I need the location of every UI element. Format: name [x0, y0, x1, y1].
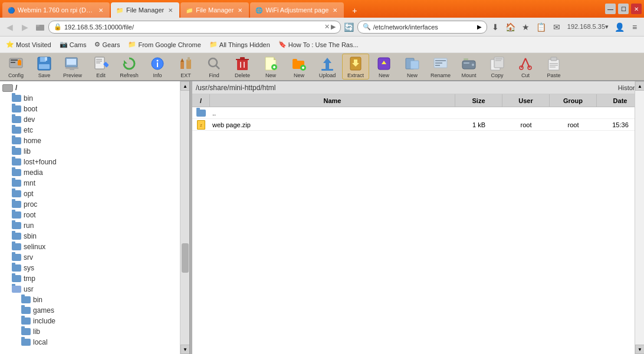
- table-row[interactable]: z web page.zip 1 kB root root 15:36: [192, 119, 644, 131]
- save-button[interactable]: Save: [31, 54, 58, 80]
- tree-item-opt[interactable]: opt: [0, 188, 189, 199]
- user-button[interactable]: 👤: [612, 20, 626, 34]
- cut-button[interactable]: Cut: [512, 54, 539, 80]
- extract-button[interactable]: Extract: [342, 54, 369, 80]
- tab-filemanager2-close[interactable]: ✕: [236, 6, 244, 14]
- bookmark-most-visited-label: Most Visited: [16, 41, 51, 48]
- find-button[interactable]: Find: [201, 54, 228, 80]
- copy-button[interactable]: Copy: [484, 54, 511, 80]
- tree-root[interactable]: /: [0, 82, 189, 93]
- tab-webmin-close[interactable]: ✕: [97, 6, 105, 14]
- minimize-button[interactable]: —: [605, 4, 616, 14]
- new-tab-button[interactable]: +: [347, 4, 362, 18]
- upload-button[interactable]: Upload: [314, 54, 341, 80]
- tree-item-mnt[interactable]: mnt: [0, 178, 189, 188]
- new3-button[interactable]: New: [399, 54, 426, 80]
- bookmark-howto[interactable]: 🔖 How To : Use The Ras...: [275, 39, 362, 49]
- bookmark-gears[interactable]: ⚙ Gears: [91, 39, 123, 49]
- folder-button[interactable]: [33, 20, 47, 34]
- refresh-button[interactable]: 🔄: [342, 20, 356, 34]
- new-dir-button[interactable]: New: [285, 54, 313, 80]
- tab-filemanager1[interactable]: 📁 File Manager ✕: [111, 2, 179, 18]
- tab-webmin[interactable]: 🔵 Webmin 1.760 on rpi (Debi... ✕: [2, 2, 110, 18]
- menu-button[interactable]: ≡: [627, 20, 642, 34]
- table-row[interactable]: ..: [192, 107, 644, 119]
- tree-item-usr-include[interactable]: include: [0, 316, 189, 326]
- address-bar[interactable]: 🔒 192.168.5.35:10000/file/ ✕ ▶: [48, 21, 341, 34]
- account-dropdown[interactable]: 192.168.5.35▾: [565, 20, 611, 34]
- delete-button[interactable]: Delete: [229, 54, 256, 80]
- tree-item-usr-local[interactable]: local: [0, 337, 189, 348]
- tree-item-lostfound[interactable]: lost+found: [0, 157, 189, 167]
- tree-item-usr[interactable]: usr: [0, 284, 189, 295]
- left-scroll-up[interactable]: ▲: [180, 81, 190, 91]
- preview-button[interactable]: Preview: [59, 54, 86, 80]
- tab-wifi[interactable]: 🌐 WiFi Adjustment page ✕: [250, 2, 344, 18]
- th-icon[interactable]: /: [192, 94, 210, 107]
- rename-button[interactable]: Rename: [427, 54, 454, 80]
- forward-button[interactable]: ▶: [18, 20, 32, 34]
- tree-item-usr-bin[interactable]: bin: [0, 295, 189, 305]
- tree-item-dev[interactable]: dev: [0, 114, 189, 125]
- new-file-button[interactable]: New: [257, 54, 284, 80]
- bookmark-hidden-label: All Things Hidden: [219, 41, 270, 48]
- svg-rect-60: [464, 58, 468, 60]
- tree-item-bin[interactable]: bin: [0, 93, 189, 104]
- new2-button[interactable]: New: [370, 54, 397, 80]
- back-button[interactable]: ◀: [2, 20, 17, 34]
- refresh-tool-button[interactable]: Refresh: [116, 54, 143, 80]
- share-button[interactable]: ✉: [550, 20, 564, 34]
- tree-item-boot[interactable]: boot: [0, 104, 189, 114]
- tree-item-home-label: home: [24, 137, 41, 145]
- tree-item-selinux[interactable]: selinux: [0, 241, 189, 252]
- tab-filemanager2[interactable]: 📁 File Manager ✕: [180, 2, 249, 18]
- th-size[interactable]: Size: [455, 94, 502, 107]
- left-scrollbar-thumb[interactable]: [182, 243, 189, 273]
- zip-size: 1 kB: [472, 121, 485, 128]
- tab-filemanager1-close[interactable]: ✕: [166, 6, 175, 14]
- th-user[interactable]: User: [502, 94, 550, 107]
- bookmark-cams[interactable]: 📷 Cams: [56, 39, 90, 49]
- close-button[interactable]: ✕: [631, 4, 642, 14]
- search-arrow-icon[interactable]: ▶: [477, 24, 482, 30]
- tree-item-usr-include-label: include: [33, 317, 55, 325]
- tree-item-usr-games[interactable]: games: [0, 305, 189, 316]
- tree-item-root[interactable]: root: [0, 210, 189, 220]
- info-button[interactable]: Info: [144, 54, 171, 80]
- paste-button[interactable]: Paste: [540, 54, 567, 80]
- titlebar: 🔵 Webmin 1.760 on rpi (Debi... ✕ 📁 File …: [0, 0, 644, 18]
- tree-item-lib[interactable]: lib: [0, 146, 189, 157]
- home-button[interactable]: 🏠: [504, 20, 518, 34]
- tree-item-proc[interactable]: proc: [0, 199, 189, 210]
- th-group[interactable]: Group: [550, 94, 597, 107]
- tree-item-usr-lib[interactable]: lib: [0, 326, 189, 337]
- bookmark-hidden[interactable]: 📁 All Things Hidden: [206, 39, 274, 49]
- bookmark-button[interactable]: ★: [519, 20, 533, 34]
- right-scroll-up[interactable]: ▲: [635, 81, 644, 91]
- sync-button[interactable]: 📋: [534, 20, 548, 34]
- mount-button[interactable]: Mount: [455, 54, 482, 80]
- th-name[interactable]: Name: [210, 94, 455, 107]
- tab-wifi-close[interactable]: ✕: [331, 6, 339, 14]
- tree-item-run[interactable]: run: [0, 220, 189, 231]
- right-scroll-down[interactable]: ▼: [635, 345, 644, 354]
- bookmark-chrome[interactable]: 📁 From Google Chrome: [124, 39, 204, 49]
- address-go-icon[interactable]: ▶: [331, 23, 336, 31]
- tree-item-sys[interactable]: sys: [0, 263, 189, 273]
- tree-item-tmp[interactable]: tmp: [0, 273, 189, 284]
- ext-button[interactable]: EXT: [172, 54, 199, 80]
- config-button[interactable]: Config: [2, 54, 29, 80]
- download-button[interactable]: ⬇: [488, 20, 502, 34]
- tree-item-srv[interactable]: srv: [0, 252, 189, 263]
- bookmark-most-visited[interactable]: ⭐ Most Visited: [2, 39, 55, 49]
- tree-item-sbin[interactable]: sbin: [0, 231, 189, 241]
- tree-item-home[interactable]: home: [0, 135, 189, 146]
- address-refresh-icon[interactable]: ✕: [324, 23, 330, 31]
- save-icon: [36, 55, 52, 72]
- tree-item-media[interactable]: media: [0, 167, 189, 178]
- maximize-button[interactable]: ☐: [618, 4, 629, 14]
- edit-button[interactable]: Edit: [87, 54, 114, 80]
- tree-item-etc[interactable]: etc: [0, 125, 189, 135]
- search-bar[interactable]: 🔍 /etc/network/interfaces ▶: [357, 21, 487, 34]
- left-scroll-down[interactable]: ▼: [180, 345, 190, 354]
